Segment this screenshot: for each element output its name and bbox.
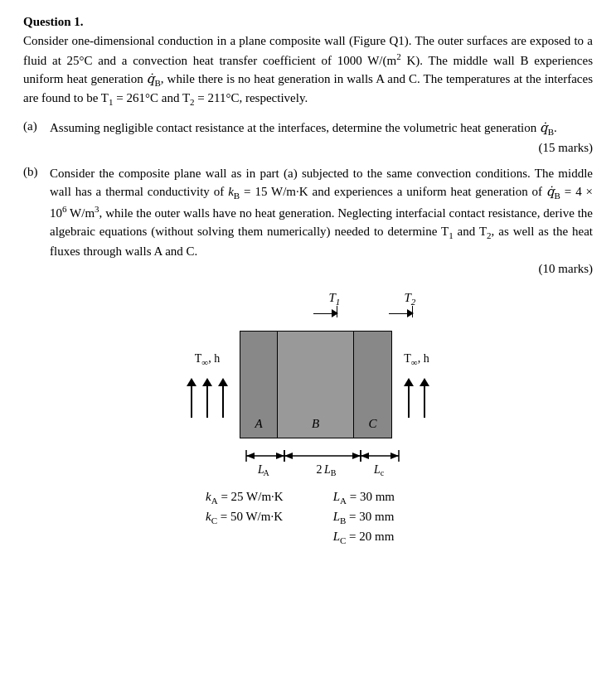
- right-label: T∞, h: [404, 352, 429, 367]
- question-title: Question 1.: [23, 15, 593, 29]
- part-b-text: Consider the composite plane wall as in …: [50, 165, 593, 260]
- svg-marker-14: [390, 453, 399, 459]
- svg-text:A: A: [263, 468, 269, 477]
- intro-text: Consider one-dimensional conduction in a…: [23, 32, 593, 109]
- LA-value: LA = 30 mm: [333, 490, 395, 506]
- t1-label: T1: [329, 291, 341, 307]
- properties-row: kA = 25 W/m·K kC = 50 W/m·K LA = 30 mm L…: [206, 490, 593, 545]
- dimension-svg: L A 2 L B L c: [238, 443, 462, 478]
- diagram-main: T∞, h: [187, 331, 429, 438]
- part-a: (a) Assuming negligible contact resistan…: [23, 119, 593, 139]
- kA-value: kA = 25 W/m·K: [206, 490, 284, 506]
- svg-text:B: B: [330, 468, 336, 477]
- wall-diagram: A B C: [240, 331, 392, 438]
- kC-value: kC = 50 W/m·K: [206, 510, 284, 525]
- wall-a: A: [240, 331, 278, 438]
- left-side: T∞, h: [187, 352, 228, 419]
- svg-marker-4: [276, 453, 284, 459]
- prop-col-right: LA = 30 mm LB = 30 mm LC = 20 mm: [333, 490, 395, 545]
- part-a-marks: (15 marks): [23, 141, 593, 155]
- svg-marker-9: [352, 453, 361, 459]
- svg-marker-8: [284, 453, 293, 459]
- left-arrow-3: [218, 378, 228, 418]
- right-arrow-2: [420, 378, 429, 418]
- part-a-label: (a): [23, 119, 50, 133]
- part-b-label: (b): [23, 165, 50, 179]
- part-a-text: Assuming negligible contact resistance a…: [50, 119, 593, 139]
- svg-marker-13: [361, 453, 369, 459]
- LC-value: LC = 20 mm: [333, 530, 395, 545]
- left-arrow-1: [187, 378, 196, 418]
- left-label: T∞, h: [195, 352, 220, 367]
- svg-text:L: L: [373, 463, 381, 476]
- right-side: T∞, h: [404, 352, 429, 419]
- part-b-marks: (10 marks): [23, 262, 593, 276]
- wall-c-label: C: [368, 417, 376, 431]
- wall-b-label: B: [312, 417, 319, 431]
- prop-col-left: kA = 25 W/m·K kC = 50 W/m·K: [206, 490, 284, 545]
- LB-value: LB = 30 mm: [333, 510, 395, 525]
- diagram-area: T1 T2: [23, 291, 593, 478]
- wall-b: B: [278, 331, 354, 438]
- right-arrow-1: [404, 378, 414, 418]
- right-arrows: [404, 378, 429, 418]
- left-arrows: [187, 378, 228, 418]
- t2-label: T2: [405, 291, 416, 307]
- svg-text:c: c: [380, 468, 384, 477]
- svg-marker-3: [246, 453, 255, 459]
- left-arrow-2: [202, 378, 212, 418]
- part-b: (b) Consider the composite plane wall as…: [23, 165, 593, 260]
- wall-a-label: A: [255, 417, 262, 431]
- question-container: Question 1. Consider one-dimensional con…: [23, 15, 593, 545]
- svg-text:2: 2: [316, 463, 322, 476]
- wall-c: C: [354, 331, 392, 438]
